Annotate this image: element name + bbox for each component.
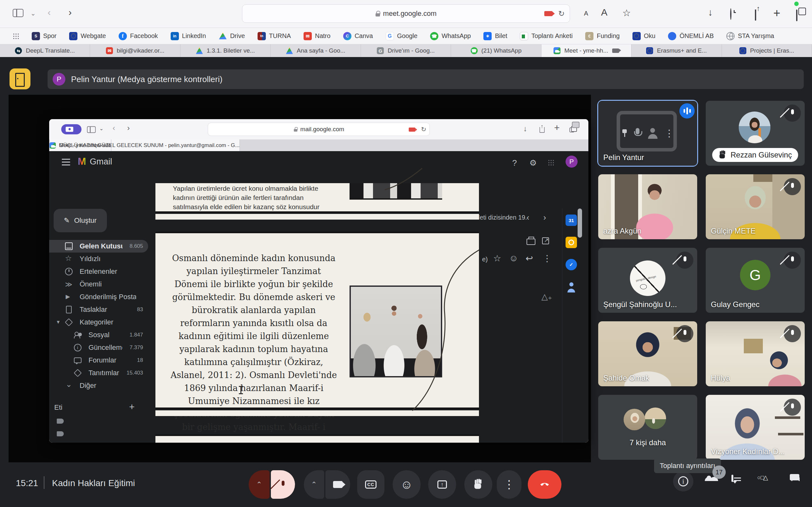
nav-icon (65, 382, 72, 389)
nav-icon (74, 369, 82, 377)
browser-tab[interactable]: Erasmus+ and E... (631, 44, 722, 57)
present-screen-button[interactable]: ↑ (428, 470, 456, 499)
bookmark-item[interactable]: WhatsApp (430, 32, 471, 40)
bookmark-item[interactable]: Facebook (119, 32, 158, 40)
meeting-details-button[interactable]: i (673, 471, 693, 492)
raise-hand-button[interactable] (464, 470, 492, 499)
tasks-icon[interactable] (565, 259, 577, 270)
bookmark-item[interactable]: Oku (632, 32, 656, 40)
bookmark-item[interactable]: Spor (32, 32, 56, 40)
bookmark-item[interactable]: STA Yarışma (726, 32, 774, 40)
browser-tab[interactable]: Drive'ım - Goog... (361, 44, 451, 57)
prev-message-icon[interactable]: ‹ (526, 213, 529, 222)
chevron-down-icon[interactable]: ⌄ (31, 10, 36, 16)
timestamp-fragment: e) (482, 256, 488, 263)
gmail-nav-item: Gelen Kutusu 8.605 (49, 240, 148, 252)
participant-tile[interactable]: Rezzan Gülsevinç (706, 101, 805, 166)
bookmark-favicon (386, 32, 394, 40)
participant-tile[interactable]: azra Akgün (598, 174, 697, 239)
apps-grid-icon[interactable] (13, 33, 19, 39)
bookmark-item[interactable]: Webgate (69, 32, 106, 40)
shared-address-bar: mail.google.com ↻ (208, 123, 430, 136)
text-size-small-icon[interactable]: A (584, 10, 588, 16)
mic-toggle-button[interactable] (271, 470, 295, 499)
participant-tile[interactable]: G Gulay Gengec (706, 248, 805, 313)
back-button[interactable]: ‹ (48, 8, 51, 17)
reactions-button[interactable]: ☺ (393, 470, 420, 499)
present-icon: ↑ (438, 481, 447, 489)
bookmark-item[interactable]: Bilet (484, 32, 507, 40)
sidebar-toggle-icon[interactable] (13, 9, 23, 17)
participants-panel: ⋮ Pelin Yantur (598, 101, 805, 460)
participant-tile[interactable]: şengülce design Şengül Şahinoğlu U... (598, 248, 697, 313)
browser-tab[interactable]: Projects | Eras... (722, 44, 812, 57)
participant-tile[interactable]: ⋮ Pelin Yantur (598, 101, 697, 166)
side-panel-divider (562, 208, 562, 443)
text-size-large-icon[interactable]: A (601, 8, 607, 17)
phone-down-icon (539, 479, 550, 490)
captions-button[interactable]: CC (357, 470, 385, 499)
more-options-icon[interactable]: ⋮ (543, 253, 552, 264)
contacts-icon[interactable] (565, 282, 577, 293)
browser-tab[interactable]: DeepL Translate... (0, 44, 90, 57)
star-icon[interactable]: ☆ (493, 253, 501, 264)
browser-tab[interactable]: bilgi@vikader.or... (90, 44, 180, 57)
camera-options-chevron[interactable]: ⌃ (304, 470, 324, 499)
participant-tile[interactable]: Vizyoner Kadınlar D... (706, 395, 805, 460)
bookmark-item[interactable]: LinkedIn (171, 32, 206, 40)
participant-tile[interactable]: Hülya (706, 321, 805, 386)
forward-button[interactable]: › (68, 8, 72, 17)
mic-icon[interactable] (634, 128, 641, 139)
raised-hand-icon (718, 151, 727, 159)
tab-overview-icon (570, 128, 574, 132)
bookmark-item[interactable]: Canva (343, 32, 373, 40)
shared-browser-tab: Meet - yme-hhqw-xdo (49, 139, 111, 151)
participant-tile[interactable]: Gülçin METE (706, 174, 805, 239)
pin-icon[interactable] (621, 129, 628, 138)
divider (44, 476, 44, 489)
end-call-button[interactable] (528, 470, 561, 499)
address-bar[interactable]: meet.google.com ↻ (242, 4, 570, 23)
next-message-icon[interactable]: › (543, 213, 546, 222)
bookmark-item[interactable]: Toplantı Anketi (520, 32, 572, 40)
more-options-button[interactable]: ⋮ (497, 470, 521, 499)
camera-toggle-button[interactable] (325, 470, 350, 499)
browser-tab[interactable]: 1.3.1. Biletler ve... (181, 44, 270, 57)
reply-icon[interactable]: ↩ (525, 253, 533, 264)
history-icon[interactable] (730, 8, 731, 20)
bookmark-item[interactable]: Funding (585, 32, 619, 40)
bookmark-item[interactable]: Natro (304, 32, 331, 40)
bookmark-item[interactable]: Drive (218, 32, 245, 40)
tab-overview-icon[interactable] (796, 9, 798, 21)
room-exit-icon[interactable] (9, 68, 31, 89)
browser-tab[interactable]: (21) WhatsApp (451, 44, 541, 57)
emoji-reaction-icon[interactable]: ☺ (509, 253, 518, 263)
scrollbar-thumb[interactable] (577, 209, 582, 238)
participant-tile[interactable]: Şahide Omak (598, 321, 697, 386)
browser-tab[interactable]: Meet - yme-hh... (542, 44, 631, 57)
reload-icon[interactable]: ↻ (558, 9, 565, 18)
muted-mic-badge (784, 105, 801, 122)
open-in-new-icon[interactable] (542, 237, 549, 244)
bookmark-item[interactable]: TURNA (258, 32, 291, 40)
downloads-icon[interactable]: ↓ (708, 8, 713, 17)
participant-tile[interactable]: 7 kişi daha (598, 395, 697, 460)
share-icon[interactable] (755, 9, 756, 20)
bookmark-item[interactable]: Google (386, 32, 418, 40)
gmail-nav-item: Kategoriler (49, 316, 148, 329)
print-icon[interactable] (526, 239, 536, 245)
bookmark-item[interactable]: ÖNEMLİ AB (668, 32, 714, 40)
participant-name: Vizyoner Kadınlar D... (711, 447, 785, 456)
tab-favicon (286, 47, 293, 54)
mic-options-chevron[interactable]: ⌃ (249, 470, 270, 499)
keep-icon[interactable] (565, 237, 577, 248)
muted-mic-badge (676, 251, 693, 269)
chat-button[interactable] (731, 475, 733, 482)
calendar-icon[interactable]: 31 (565, 215, 577, 226)
favorites-star-icon[interactable]: ☆ (622, 8, 631, 18)
tooltip: Toplantı ayrıntıları (654, 458, 721, 473)
back-button: ‹ (113, 124, 115, 132)
new-tab-icon[interactable]: + (773, 7, 780, 19)
drive-add-icon[interactable]: △₊ (542, 292, 552, 302)
browser-tab[interactable]: Ana sayfa - Goo... (270, 44, 361, 57)
